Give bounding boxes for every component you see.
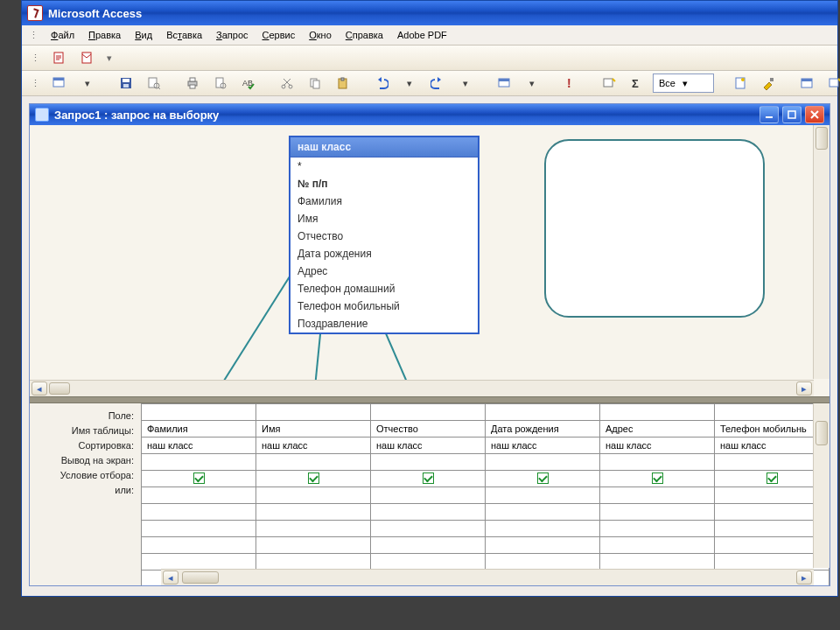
- grid-cell-blank[interactable]: [256, 554, 371, 570]
- grid-cell-sort[interactable]: [371, 454, 486, 471]
- grid-cell-or[interactable]: [715, 504, 830, 521]
- menu-item-вставка[interactable]: Вставка: [159, 28, 209, 42]
- grid-column-selector[interactable]: [600, 404, 715, 421]
- grid-cell-blank[interactable]: [256, 521, 371, 537]
- grid-cell-table[interactable]: наш класс: [371, 438, 486, 454]
- scrollbar-thumb[interactable]: [182, 571, 219, 584]
- grid-cell-blank[interactable]: [600, 537, 715, 554]
- grid-cell-table[interactable]: наш класс: [486, 438, 600, 454]
- cut-button[interactable]: [275, 73, 299, 94]
- grid-cell-field[interactable]: Имя: [256, 421, 371, 438]
- grid-cell-criteria[interactable]: [600, 487, 715, 504]
- minimize-button[interactable]: [760, 106, 779, 123]
- grid-cell-sort[interactable]: [486, 454, 600, 471]
- menu-item-запрос[interactable]: Запрос: [209, 28, 255, 42]
- undo-dropdown-arrow[interactable]: ▾: [397, 73, 422, 94]
- query-type-button[interactable]: [492, 73, 516, 94]
- scrollbar-thumb[interactable]: [816, 127, 828, 150]
- query-design-grid[interactable]: ФамилияИмяОтчествоДата рожденияАдресТеле…: [141, 403, 830, 585]
- grid-cell-blank[interactable]: [486, 537, 600, 554]
- grid-cell-blank[interactable]: [600, 554, 715, 570]
- show-checkbox[interactable]: [308, 472, 319, 484]
- view-dropdown-button[interactable]: [47, 73, 72, 94]
- menu-item-правка[interactable]: Правка: [81, 28, 128, 42]
- grid-cell-blank[interactable]: [486, 554, 600, 570]
- scroll-left-icon[interactable]: ◂: [163, 570, 178, 584]
- scroll-right-icon[interactable]: ▸: [796, 382, 812, 396]
- spellcheck-button[interactable]: AB: [236, 73, 261, 94]
- table-field[interactable]: Поздравление: [290, 315, 478, 332]
- scrollbar-thumb[interactable]: [816, 421, 828, 445]
- grid-cell-criteria[interactable]: [486, 487, 600, 504]
- menu-item-сервис[interactable]: Сервис: [256, 28, 303, 42]
- redo-dropdown-arrow[interactable]: ▾: [453, 73, 478, 94]
- show-table-button[interactable]: [597, 73, 621, 94]
- pdf-mail-button[interactable]: [75, 47, 100, 68]
- grid-cell-field[interactable]: Фамилия: [142, 421, 256, 438]
- grid-cell-or[interactable]: [256, 504, 371, 521]
- grid-cell-sort[interactable]: [256, 454, 371, 471]
- grid-cell-blank[interactable]: [715, 554, 830, 570]
- scroll-left-icon[interactable]: ◂: [32, 382, 47, 396]
- grid-cell-blank[interactable]: [600, 521, 715, 537]
- undo-button[interactable]: [369, 73, 394, 94]
- table-field[interactable]: Адрес: [290, 262, 478, 280]
- grid-cell-field[interactable]: Дата рождения: [486, 421, 600, 438]
- table-field[interactable]: Дата рождения: [290, 245, 478, 262]
- close-button[interactable]: [805, 106, 824, 123]
- print-preview-button[interactable]: [208, 73, 233, 94]
- build-button[interactable]: [756, 73, 780, 94]
- menu-item-файл[interactable]: Файл: [44, 28, 81, 42]
- grid-cell-show[interactable]: [715, 471, 830, 487]
- db-window-button[interactable]: [794, 73, 819, 94]
- table-field[interactable]: Фамилия: [290, 192, 478, 210]
- run-button[interactable]: !: [558, 73, 583, 94]
- grid-cell-blank[interactable]: [486, 521, 600, 537]
- grid-cell-sort[interactable]: [142, 454, 256, 471]
- grid-cell-blank[interactable]: [142, 537, 256, 554]
- grid-cell-or[interactable]: [486, 504, 600, 521]
- grid-cell-blank[interactable]: [371, 521, 486, 537]
- grid-cell-table[interactable]: наш класс: [142, 438, 256, 454]
- grid-cell-blank[interactable]: [142, 554, 256, 570]
- totals-button[interactable]: Σ: [625, 73, 649, 94]
- grid-cell-criteria[interactable]: [142, 487, 256, 504]
- table-field[interactable]: Телефон домашний: [290, 280, 478, 298]
- grid-cell-or[interactable]: [142, 504, 256, 521]
- print-button[interactable]: [180, 73, 205, 94]
- grid-cell-show[interactable]: [142, 471, 256, 487]
- diagram-horizontal-scrollbar[interactable]: ◂ ▸: [30, 380, 814, 396]
- table-source-box[interactable]: наш класс *№ п/пФамилияИмяОтчествоДата р…: [289, 136, 480, 334]
- grid-cell-table[interactable]: наш класс: [715, 438, 830, 454]
- grid-column-selector[interactable]: [715, 404, 830, 421]
- properties-button[interactable]: [728, 73, 752, 94]
- menu-item-вид[interactable]: Вид: [128, 28, 159, 42]
- query-type-dropdown-arrow[interactable]: ▾: [520, 73, 544, 94]
- table-field[interactable]: Телефон мобильный: [290, 298, 478, 315]
- grid-column-selector[interactable]: [371, 404, 486, 421]
- grid-vertical-scrollbar[interactable]: [813, 403, 830, 568]
- scroll-right-icon[interactable]: ▸: [796, 570, 812, 584]
- paste-button[interactable]: [331, 73, 355, 94]
- grid-cell-field[interactable]: Адрес: [600, 421, 715, 438]
- grid-column-selector[interactable]: [142, 404, 256, 421]
- show-checkbox[interactable]: [193, 472, 205, 484]
- grid-cell-blank[interactable]: [715, 521, 830, 537]
- grid-cell-or[interactable]: [600, 504, 715, 521]
- grid-cell-criteria[interactable]: [256, 487, 371, 504]
- grid-column-selector[interactable]: [486, 404, 600, 421]
- redo-button[interactable]: [425, 73, 450, 94]
- file-search-button[interactable]: [142, 73, 166, 94]
- grid-cell-blank[interactable]: [371, 537, 486, 554]
- grid-cell-blank[interactable]: [715, 537, 830, 554]
- toolbar-overflow-icon[interactable]: ▾: [103, 52, 116, 64]
- save-button[interactable]: [114, 73, 138, 94]
- new-object-button[interactable]: [822, 73, 840, 94]
- grid-cell-blank[interactable]: [371, 554, 486, 570]
- show-checkbox[interactable]: [537, 472, 549, 484]
- grid-cell-sort[interactable]: [600, 454, 715, 471]
- scrollbar-thumb[interactable]: [49, 382, 70, 395]
- pane-splitter[interactable]: [30, 396, 830, 403]
- show-checkbox[interactable]: [423, 472, 434, 484]
- pdf-export-button[interactable]: [47, 47, 72, 68]
